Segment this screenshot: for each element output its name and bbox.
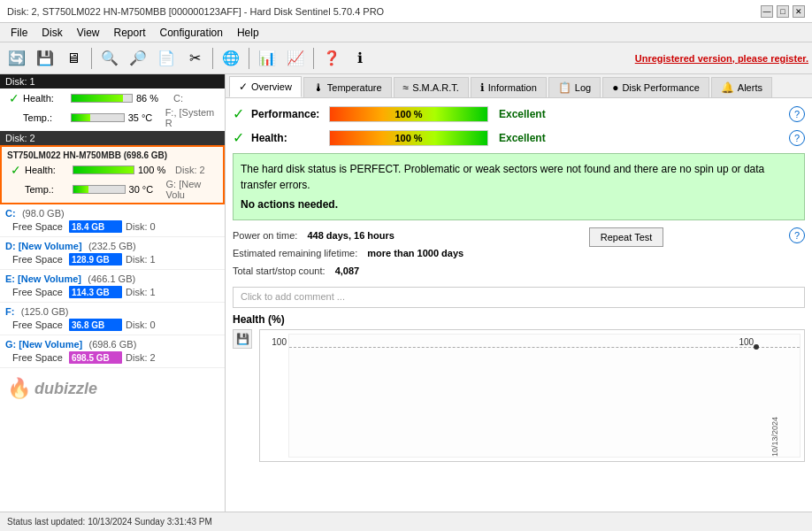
performance-help-button[interactable]: ?: [789, 106, 805, 122]
disk2-item[interactable]: ST750LM022 HN-M750MBB (698.6 GB) ✓ Healt…: [0, 145, 225, 204]
tab-diskperformance-label: Disk Performance: [622, 82, 699, 93]
chart-outer: 100 100: [259, 329, 805, 462]
drive-e-size: (466.1 GB): [88, 273, 135, 284]
toolbar-btn3[interactable]: 📄: [153, 46, 180, 71]
disk1-temp-val: 35 °C: [128, 112, 162, 123]
menu-report[interactable]: Report: [106, 25, 152, 41]
tab-alerts-label: Alerts: [738, 82, 762, 93]
menu-bar: File Disk View Report Configuration Help: [0, 23, 812, 42]
health-help-button[interactable]: ?: [789, 130, 805, 146]
toolbar-btn5[interactable]: 🌐: [218, 46, 244, 71]
health-bar-text: 100 %: [330, 131, 487, 145]
tab-overview-label: Overview: [251, 81, 292, 92]
disk1-health-check: ✓: [9, 91, 19, 105]
disk2-temp-label: Temp.:: [25, 184, 69, 195]
toolbar-btn8[interactable]: ❓: [318, 46, 345, 71]
drive-c-header: C: (98.0 GB): [5, 207, 219, 219]
unregistered-notice[interactable]: Unregistered version, please register.: [635, 53, 808, 64]
drive-f-header: F: (125.0 GB): [5, 305, 219, 318]
toolbar-refresh[interactable]: 🔄: [4, 46, 30, 71]
performance-row: ✓ Performance: 100 % Excellent ?: [233, 105, 805, 122]
chart-container: 100 100: [259, 329, 805, 462]
disk1-temp-drive: F:, [System R: [165, 107, 216, 128]
disk2-health-check: ✓: [11, 163, 21, 177]
disk1-health-fill: [72, 95, 123, 102]
health-row: ✓ Health: 100 % Excellent ?: [233, 129, 805, 146]
maximize-button[interactable]: □: [777, 5, 789, 18]
title-text: Disk: 2, ST750LM022 HN-M750MBB [00000012…: [7, 6, 384, 17]
menu-help[interactable]: Help: [230, 25, 266, 41]
drive-f-letter[interactable]: F:: [5, 306, 14, 317]
comment-input[interactable]: Click to add comment ...: [233, 287, 805, 308]
menu-view[interactable]: View: [70, 25, 107, 41]
toolbar-btn2[interactable]: 🔎: [125, 46, 151, 71]
chart-val-label: 100: [739, 337, 754, 347]
drive-c-letter[interactable]: C:: [5, 208, 16, 219]
tab-log[interactable]: 📋 Log: [548, 77, 601, 97]
drive-f-size: (125.0 GB): [21, 306, 69, 317]
toolbar-btn9[interactable]: ℹ: [347, 46, 373, 71]
disk2-temp-drive: G: [New Volu: [166, 179, 214, 200]
toolbar-sep1: [91, 48, 92, 69]
chart-inner: 100 10/13/2024: [289, 335, 800, 457]
drive-f-section: F: (125.0 GB) Free Space 36.8 GB Disk: 0: [0, 303, 225, 335]
repeat-help-button[interactable]: ?: [789, 227, 805, 243]
power-on-row: Power on time: 448 days, 16 hours: [233, 227, 463, 245]
drive-f-free-row: Free Space 36.8 GB Disk: 0: [5, 318, 219, 332]
tab-bar: ✓ Overview 🌡 Temperature ≈ S.M.A.R.T. ℹ …: [226, 74, 812, 98]
drive-g-header: G: [New Volume] (698.6 GB): [5, 338, 219, 350]
tab-alerts[interactable]: 🔔 Alerts: [711, 77, 772, 97]
disk1-temp-fill: [72, 114, 89, 121]
chart-title: Health (%): [233, 313, 805, 326]
status-bar: Status last updated: 10/13/2024 Sunday 3…: [0, 512, 812, 531]
drive-d-letter[interactable]: D: [New Volume]: [5, 241, 82, 251]
drive-g-letter[interactable]: G: [New Volume]: [5, 339, 82, 350]
performance-status: Excellent: [499, 108, 546, 120]
drive-e-disk: Disk: 1: [126, 287, 156, 297]
tab-smart[interactable]: ≈ S.M.A.R.T.: [394, 77, 469, 97]
tab-overview[interactable]: ✓ Overview: [229, 76, 302, 97]
chart-save-button[interactable]: 💾: [233, 329, 252, 349]
chart-section: Health (%) 💾 100: [233, 313, 805, 462]
disk1-item[interactable]: ✓ Health: 86 % C: Temp.: 35 °C F:, [Syst…: [0, 88, 225, 131]
performance-bar: 100 %: [329, 106, 488, 122]
tab-information[interactable]: ℹ Information: [471, 77, 547, 97]
tab-temperature[interactable]: 🌡 Temperature: [303, 77, 392, 97]
disk1-health-drive: C:: [173, 93, 183, 104]
toolbar-sep3: [249, 48, 249, 69]
drive-e-letter[interactable]: E: [New Volume]: [5, 273, 81, 284]
drive-f-disk: Disk: 0: [126, 319, 156, 330]
disk2-model: ST750LM022 HN-M750MBB (698.6 GB): [7, 149, 218, 162]
toolbar-btn6[interactable]: 📊: [254, 46, 280, 71]
toolbar-btn1[interactable]: 🔍: [96, 46, 123, 71]
drive-c-free-bar: 18.4 GB: [69, 220, 122, 233]
drive-f-free-label: Free Space: [12, 319, 65, 330]
drive-d-free-row: Free Space 128.9 GB Disk: 1: [5, 252, 219, 266]
drive-d-header: D: [New Volume] (232.5 GB): [5, 240, 219, 252]
toolbar-btn7[interactable]: 📈: [282, 46, 309, 71]
close-button[interactable]: ✕: [793, 5, 805, 18]
drive-g-free-label: Free Space: [12, 352, 65, 363]
health-label: Health:: [251, 132, 322, 144]
window-controls: — □ ✕: [761, 5, 805, 18]
drive-d-size: (232.5 GB): [88, 241, 136, 251]
tab-temp-icon: 🌡: [313, 81, 324, 94]
drive-e-free-label: Free Space: [12, 287, 65, 297]
disk2-header: Disk: 2: [0, 131, 225, 145]
menu-disk[interactable]: Disk: [34, 25, 69, 41]
drive-d-free-label: Free Space: [12, 254, 65, 265]
menu-file[interactable]: File: [4, 25, 34, 41]
repeat-test-button[interactable]: Repeat Test: [589, 227, 664, 247]
drive-e-header: E: [New Volume] (466.1 GB): [5, 273, 219, 285]
toolbar-disk[interactable]: 💾: [32, 46, 58, 71]
chart-area: 100 10/13/2024: [288, 334, 801, 458]
toolbar-disk2[interactable]: 🖥: [60, 46, 87, 71]
menu-configuration[interactable]: Configuration: [153, 25, 230, 41]
toolbar-btn4[interactable]: ✂: [181, 46, 208, 71]
disk2-temp-bar: [73, 185, 126, 194]
minimize-button[interactable]: —: [761, 5, 773, 18]
remaining-row: Estimated remaining lifetime: more than …: [233, 245, 463, 263]
tab-diskperformance[interactable]: ● Disk Performance: [602, 77, 709, 97]
stops-val: 4,087: [335, 266, 360, 276]
tab-smart-label: S.M.A.R.T.: [412, 82, 459, 93]
